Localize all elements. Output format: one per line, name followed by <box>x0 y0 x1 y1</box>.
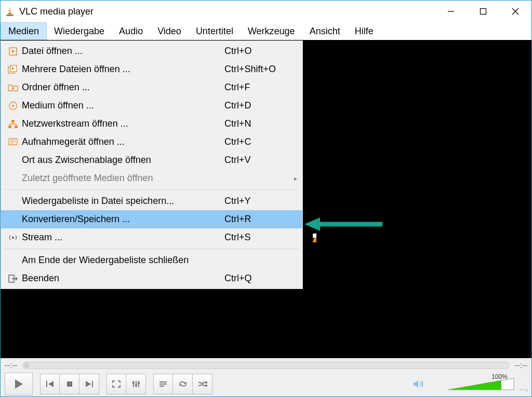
title-bar: VLC media player <box>1 1 531 22</box>
menu-bar: Medien Wiedergabe Audio Video Untertitel… <box>1 22 531 40</box>
submenu-caret-icon: ▸ <box>294 175 297 182</box>
speaker-icon[interactable] <box>413 379 425 389</box>
capture-device-icon <box>4 138 22 146</box>
svg-rect-9 <box>313 234 316 238</box>
menu-item-quit-at-playlist-end[interactable]: Am Ende der Wiedergabeliste schließen <box>1 251 302 269</box>
svg-point-17 <box>12 105 14 107</box>
menu-item-recent-media: Zuletzt geöffnete Medien öffnen ▸ <box>1 169 302 187</box>
stream-icon <box>4 234 22 241</box>
svg-rect-40 <box>138 382 140 384</box>
menu-medien[interactable]: Medien <box>1 22 47 40</box>
close-button[interactable] <box>499 1 531 22</box>
svg-marker-47 <box>206 384 208 387</box>
svg-point-25 <box>12 237 14 239</box>
resize-grip-icon[interactable] <box>520 385 527 392</box>
window-title: VLC media player <box>19 6 94 17</box>
next-button[interactable] <box>79 374 99 394</box>
menu-separator <box>5 249 298 249</box>
menu-hilfe[interactable]: Hilfe <box>348 22 381 40</box>
svg-rect-1 <box>9 9 11 10</box>
exit-icon <box>4 275 22 283</box>
disc-icon <box>4 101 22 111</box>
svg-rect-32 <box>67 381 72 387</box>
svg-marker-31 <box>48 381 54 387</box>
stop-button[interactable] <box>60 374 79 394</box>
video-viewport: Datei öffnen ... Ctrl+O Mehrere Dateien … <box>1 40 531 358</box>
menu-audio[interactable]: Audio <box>112 22 150 40</box>
svg-marker-11 <box>12 50 15 53</box>
menu-untertitel[interactable]: Untertitel <box>189 22 241 40</box>
file-play-icon <box>4 47 22 56</box>
svg-marker-33 <box>86 381 91 387</box>
svg-marker-0 <box>8 7 12 15</box>
maximize-button[interactable] <box>467 1 499 22</box>
fullscreen-button[interactable] <box>107 374 126 394</box>
play-button[interactable] <box>5 373 33 395</box>
menu-separator <box>5 189 298 190</box>
volume-slider[interactable] <box>447 376 515 392</box>
shuffle-button[interactable] <box>193 374 212 394</box>
menu-werkzeuge[interactable]: Werkzeuge <box>241 22 302 40</box>
extended-settings-button[interactable] <box>126 374 146 394</box>
menu-item-open-multiple-files[interactable]: Mehrere Dateien öffnen ... Ctrl+Shift+O <box>1 60 302 78</box>
loop-button[interactable] <box>173 374 193 394</box>
svg-rect-18 <box>11 120 15 122</box>
svg-rect-30 <box>46 381 47 387</box>
svg-rect-2 <box>8 11 12 12</box>
svg-marker-15 <box>12 87 15 90</box>
vlc-cone-background-icon <box>303 224 316 242</box>
menu-item-open-from-clipboard[interactable]: Ort aus Zwischenablage öffnen Ctrl+V <box>1 151 302 169</box>
menu-item-open-disc[interactable]: Medium öffnen ... Ctrl+D <box>1 97 302 115</box>
menu-item-open-capture-device[interactable]: Aufnahmegerät öffnen ... Ctrl+C <box>1 133 302 151</box>
menu-item-stream[interactable]: Stream ... Ctrl+S <box>1 228 302 247</box>
menu-item-convert-save[interactable]: Konvertieren/Speichern ... Ctrl+R <box>1 210 302 228</box>
network-icon <box>4 119 22 129</box>
svg-marker-46 <box>206 381 208 384</box>
playlist-button[interactable] <box>153 374 173 394</box>
menu-video[interactable]: Video <box>150 22 189 40</box>
menu-item-open-file[interactable]: Datei öffnen ... Ctrl+O <box>1 42 302 60</box>
medien-dropdown-menu: Datei öffnen ... Ctrl+O Mehrere Dateien … <box>1 40 303 289</box>
player-controls: --:-- --:-- <box>1 358 531 396</box>
menu-item-open-network-stream[interactable]: Netzwerkstream öffnen ... Ctrl+N <box>1 115 302 133</box>
folder-play-icon <box>4 84 22 92</box>
svg-marker-48 <box>414 380 418 388</box>
time-elapsed: --:-- <box>5 361 17 369</box>
time-total: --:-- <box>515 361 527 369</box>
menu-item-save-playlist[interactable]: Wiedergabeliste in Datei speichern... Ct… <box>1 192 302 210</box>
svg-rect-5 <box>481 9 486 15</box>
svg-rect-19 <box>8 126 11 128</box>
svg-rect-3 <box>6 15 14 16</box>
svg-rect-34 <box>92 381 93 387</box>
menu-ansicht[interactable]: Ansicht <box>302 22 348 40</box>
svg-marker-29 <box>15 379 23 389</box>
seek-slider[interactable] <box>22 362 510 369</box>
svg-rect-38 <box>132 382 135 384</box>
svg-rect-39 <box>135 385 137 386</box>
vlc-cone-icon <box>5 6 15 17</box>
svg-rect-20 <box>15 126 18 128</box>
window-controls <box>435 1 531 22</box>
app-window: VLC media player Medien Wiedergabe Audio… <box>0 0 532 397</box>
svg-marker-44 <box>185 382 187 384</box>
minimize-button[interactable] <box>435 1 467 22</box>
previous-button[interactable] <box>40 374 60 394</box>
files-play-icon <box>4 65 22 74</box>
menu-item-quit[interactable]: Beenden Ctrl+Q <box>1 269 302 288</box>
svg-marker-45 <box>179 384 181 386</box>
menu-wiedergabe[interactable]: Wiedergabe <box>47 22 112 40</box>
menu-item-open-folder[interactable]: Ordner öffnen ... Ctrl+F <box>1 78 302 97</box>
